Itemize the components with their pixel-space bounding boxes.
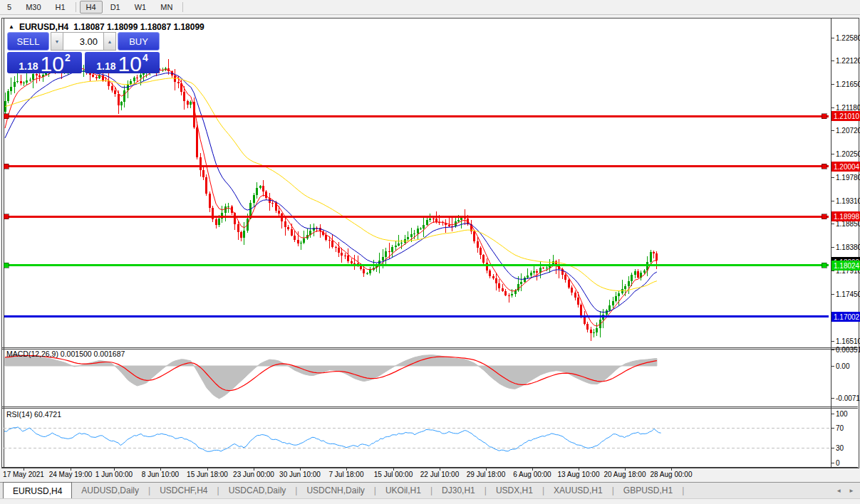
rsi-label: RSI(14) 60.4721 [6,410,61,419]
tab-usdcnh-daily[interactable]: USDCNH,Daily [297,483,373,498]
one-click-trading-panel: SELL ▼ ▲ BUY 1.18 10 2 1.18 10 4 [7,32,160,73]
tab-xauusd-h1[interactable]: XAUUSD,H1 [544,483,612,498]
volume-control: ▼ ▲ [51,32,116,51]
tabs-scroll-left-icon[interactable]: ◄ [836,488,841,494]
svg-text:28 Aug 00:00: 28 Aug 00:00 [651,471,693,478]
chart-ohlc: 1.18087 1.18099 1.18087 1.18099 [73,22,204,32]
svg-text:70: 70 [836,424,844,432]
volume-increase-button[interactable]: ▲ [103,32,116,51]
svg-text:1.18380: 1.18380 [836,243,860,251]
svg-text:0: 0 [836,459,840,467]
tab-usdx-h1[interactable]: USDX,H1 [487,483,542,498]
toolbar-separator [182,2,183,12]
svg-text:1.20250: 1.20250 [836,150,860,158]
svg-text:0.003515: 0.003515 [836,346,860,354]
chart-window: 1.225801.221201.216501.211801.207201.202… [0,17,860,482]
svg-text:1.19310: 1.19310 [836,197,860,205]
tab-usdchf-h4[interactable]: USDCHF,H4 [150,483,217,498]
svg-text:1.17450: 1.17450 [836,290,860,298]
buy-button[interactable]: BUY [118,32,160,51]
svg-text:1.16510: 1.16510 [836,337,860,345]
chart-title: ▲ EURUSD,H4 1.18087 1.18099 1.18087 1.18… [9,22,204,32]
tf-button-5[interactable]: 5 [1,1,18,14]
time-scale[interactable]: 17 May 202124 May 19:001 Jun 00:008 Jun … [3,468,693,478]
chart-canvas[interactable]: 1.225801.221201.216501.211801.207201.202… [0,17,860,482]
svg-text:1.21650: 1.21650 [836,80,860,88]
svg-text:1.18998: 1.18998 [834,213,860,221]
tab-audusd-daily[interactable]: AUDUSD,Daily [72,483,148,498]
svg-text:30: 30 [836,444,844,452]
svg-text:1.18024: 1.18024 [834,262,860,270]
sell-price[interactable]: 1.18 10 2 [7,52,82,73]
svg-text:1.19780: 1.19780 [836,174,860,182]
tabs-scroll-right-icon[interactable]: ► [849,488,854,494]
buy-price-point: 4 [143,52,148,63]
tf-button-h4[interactable]: H4 [80,1,103,14]
svg-text:1.20004: 1.20004 [834,163,860,171]
svg-text:24 May 19:00: 24 May 19:00 [49,471,93,478]
arrow-up-icon: ▲ [108,39,113,44]
buy-price-base: 1.18 [96,61,115,73]
macd-label: MACD(12,26,9) 0.001500 0.001687 [6,350,125,358]
chart-tabbar: EURUSD,H4AUDUSD,Daily|USDCHF,H4|USDCAD,D… [0,482,860,498]
svg-text:7 Jul 18:00: 7 Jul 18:00 [329,471,364,478]
tab-usdcad-daily[interactable]: USDCAD,Daily [219,483,296,498]
tab-eurusd-h4[interactable]: EURUSD,H4 [3,482,72,498]
svg-text:13 Aug 10:00: 13 Aug 10:00 [558,471,600,478]
timeframe-toolbar: 5M30H1H4D1W1MN [0,0,860,15]
tab-dj30-h1[interactable]: DJ30,H1 [432,483,485,498]
svg-text:-0.007175: -0.007175 [836,394,860,402]
tf-button-d1[interactable]: D1 [104,1,127,14]
svg-text:23 Jun 00:00: 23 Jun 00:00 [233,471,274,478]
tf-button-mn[interactable]: MN [154,1,179,14]
chart-symbol-period: EURUSD,H4 [19,22,68,32]
svg-text:0.00: 0.00 [836,362,850,370]
svg-text:8 Jun 10:00: 8 Jun 10:00 [142,471,180,478]
arrow-down-icon: ▼ [55,39,60,44]
toolbar-separator [76,2,76,12]
buy-price[interactable]: 1.18 10 4 [85,52,160,73]
svg-text:1.22120: 1.22120 [836,57,860,65]
sell-button[interactable]: SELL [7,32,49,51]
svg-text:1.22580: 1.22580 [836,34,860,42]
tab-ukoil-h1[interactable]: UKOil,H1 [376,483,430,498]
sell-price-point: 2 [65,52,71,63]
tab-gbpusd-h1[interactable]: GBPUSD,H1 [614,483,682,498]
svg-text:17 May 2021: 17 May 2021 [3,471,44,478]
svg-text:15 Jul 00:00: 15 Jul 00:00 [374,471,413,478]
tf-button-h1[interactable]: H1 [49,1,72,14]
svg-text:1.20720: 1.20720 [836,127,860,135]
svg-text:6 Aug 00:00: 6 Aug 00:00 [513,471,551,478]
collapse-quote-icon[interactable]: ▲ [9,23,14,30]
tf-button-m30[interactable]: M30 [19,1,47,14]
status-strip [0,498,860,504]
svg-text:30 Jun 10:00: 30 Jun 10:00 [279,471,321,478]
svg-text:1.17002: 1.17002 [834,313,860,321]
svg-text:1 Jun 00:00: 1 Jun 00:00 [95,471,133,478]
svg-text:22 Jul 10:00: 22 Jul 10:00 [420,471,460,478]
mt4-screen: 5M30H1H4D1W1MN 1.225801.221201.216501.21… [0,0,860,504]
svg-text:20 Aug 18:00: 20 Aug 18:00 [604,471,646,478]
volume-decrease-button[interactable]: ▼ [51,32,63,51]
tf-button-w1[interactable]: W1 [128,1,153,14]
svg-text:15 Jun 18:00: 15 Jun 18:00 [187,471,228,478]
svg-text:1.21180: 1.21180 [836,104,860,112]
buy-price-pips: 10 [118,56,142,73]
chart-frame [1,18,859,468]
sell-price-base: 1.18 [19,61,38,73]
svg-text:100: 100 [836,410,848,418]
svg-text:1.21010: 1.21010 [834,112,860,120]
svg-text:29 Jul 18:00: 29 Jul 18:00 [467,471,506,478]
sell-price-pips: 10 [41,56,64,73]
tab-divider: | [682,483,684,498]
volume-input[interactable] [63,32,103,51]
